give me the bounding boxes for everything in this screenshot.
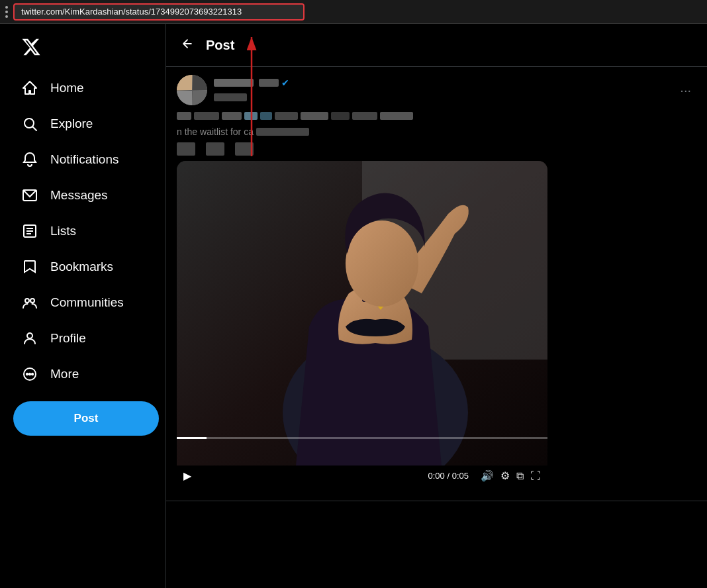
sidebar-item-home[interactable]: Home <box>13 72 152 105</box>
pip-icon[interactable]: ⧉ <box>516 470 524 482</box>
more-options-button[interactable]: ··· <box>675 80 696 101</box>
retweet-action[interactable] <box>206 142 224 156</box>
post-header: Post <box>166 24 707 67</box>
post-title: Post <box>206 38 234 53</box>
tweet-actions <box>177 142 696 156</box>
post-button[interactable]: Post <box>13 401 159 436</box>
sidebar-item-explore[interactable]: Explore <box>13 107 152 140</box>
sidebar-item-communities[interactable]: Communities <box>13 286 152 319</box>
sidebar-item-messages[interactable]: Messages <box>13 179 152 212</box>
tweet-text-line1 <box>177 112 696 120</box>
user-name-row: ✔ <box>214 77 289 88</box>
video-container: ▶ 0:00 / 0:05 🔊 ⚙ ⧉ ⛶ <box>177 161 547 487</box>
user-name-group: ✔ <box>214 77 289 103</box>
tweet-text: n the waitlist for ca <box>177 112 696 137</box>
username-blur <box>214 79 254 87</box>
back-button[interactable] <box>177 33 198 57</box>
sidebar-item-more[interactable]: More <box>13 358 152 391</box>
bookmark-icon <box>21 258 38 275</box>
tweet-user-info: ✔ <box>177 75 289 105</box>
bell-icon <box>21 151 38 168</box>
tweet-text-line2: n the waitlist for ca <box>177 126 696 137</box>
video-frame <box>177 161 547 466</box>
svg-point-9 <box>25 299 29 303</box>
fullscreen-icon[interactable]: ⛶ <box>530 470 541 482</box>
volume-icon[interactable]: 🔊 <box>481 469 494 482</box>
handle-blur <box>214 93 247 101</box>
tweet-card: ✔ ··· <box>166 67 707 501</box>
sidebar-item-bookmarks[interactable]: Bookmarks <box>13 250 152 283</box>
video-thumbnail[interactable] <box>177 161 547 466</box>
tweet-partial-text: n the waitlist for ca <box>177 126 254 137</box>
time-display: 0:00 / 0:05 <box>428 471 469 481</box>
person-icon <box>21 330 38 347</box>
sidebar-item-lists[interactable]: Lists <box>13 215 152 248</box>
video-progress-fill <box>177 437 207 439</box>
communities-icon <box>21 294 38 311</box>
avatar[interactable] <box>177 75 207 105</box>
sidebar-item-notifications[interactable]: Notifications <box>13 143 152 176</box>
list-icon <box>21 222 38 240</box>
reply-action[interactable] <box>177 142 195 156</box>
sidebar-item-profile[interactable]: Profile <box>13 322 152 355</box>
username-blur2 <box>259 79 279 87</box>
svg-point-21 <box>346 220 418 307</box>
home-icon <box>21 79 38 97</box>
tweet-user-row: ✔ ··· <box>177 75 696 105</box>
browser-menu-icon[interactable] <box>5 6 8 18</box>
sidebar: Home Explore Notifications Messages List <box>0 24 165 588</box>
content-area: Post <box>165 24 707 588</box>
settings-icon[interactable]: ⚙ <box>500 469 510 482</box>
more-circle-icon <box>21 366 38 383</box>
video-progress-bar[interactable] <box>177 437 547 439</box>
verified-badge: ✔ <box>281 77 289 88</box>
svg-point-14 <box>29 373 30 375</box>
mail-icon <box>21 187 38 204</box>
svg-point-15 <box>32 373 33 375</box>
play-button[interactable]: ▶ <box>183 469 191 482</box>
like-action[interactable] <box>235 142 254 156</box>
x-logo[interactable] <box>13 30 152 66</box>
user-handle-row <box>214 91 289 103</box>
search-icon <box>21 115 38 132</box>
svg-point-10 <box>30 299 34 303</box>
browser-bar <box>0 0 707 24</box>
svg-line-3 <box>33 127 37 131</box>
svg-point-11 <box>27 333 32 338</box>
video-controls: ▶ 0:00 / 0:05 🔊 ⚙ ⧉ ⛶ <box>177 466 547 487</box>
url-input[interactable] <box>13 3 305 21</box>
svg-point-13 <box>26 373 28 375</box>
